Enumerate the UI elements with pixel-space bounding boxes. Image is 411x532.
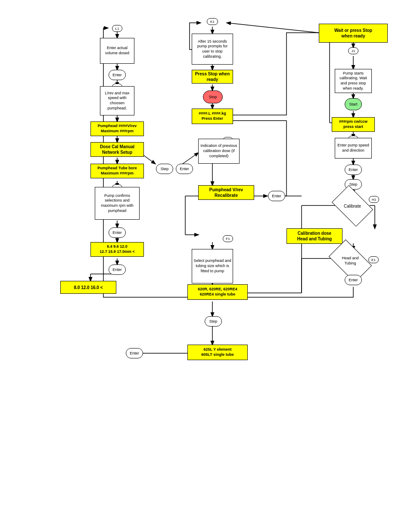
- head-tubing-diamond: Head andTubing: [332, 249, 369, 273]
- enter-lower-oval: Enter: [109, 264, 126, 275]
- wait-stop-box: Wait or press Stopwhen ready: [319, 24, 388, 43]
- sizes-mm-box: 6.4 9.6 12.012.7 15.9 17.0mm <: [90, 242, 144, 257]
- f1-label: F1: [223, 235, 233, 242]
- press-stop-box: Press Stop when ready: [192, 70, 233, 84]
- pump-confirms-box: Pump confirms selections and maximum rpm…: [95, 187, 140, 220]
- enter-y-oval: Enter: [126, 348, 143, 358]
- lrev-max-box: L/rev and max speed with choosen pumphea…: [100, 86, 134, 115]
- k1-label: K1: [207, 18, 218, 25]
- dose-cal-box: Dose Cal ManualNetwork Setup: [90, 142, 144, 157]
- cal-dose-head-box: Calibration doseHead and Tubing: [286, 228, 342, 244]
- flowchart: Wait or press Stopwhen ready K1 After 15…: [0, 0, 411, 532]
- calibrate-diamond: Calibrate: [335, 194, 370, 218]
- step-f-oval: Step: [205, 316, 222, 327]
- after-15-box: After 15 seconds pump prompts for user t…: [192, 34, 233, 65]
- pumphead-vrev-max-box: Pumphead ####V/revMaximum ###rpm: [90, 121, 144, 136]
- start-oval: Start: [345, 98, 362, 110]
- indication-prev-box: Indication of previous calibration dose …: [198, 139, 240, 164]
- enter-l1-oval: Enter: [109, 70, 126, 80]
- pumphead-vrev-recal-box: Pumphead V/revRecalibrate: [198, 185, 254, 200]
- stop-oval: Stop: [203, 90, 223, 103]
- j1-label: J1: [348, 47, 358, 54]
- enter-pump-speed-box: Enter pump speed and direction: [335, 138, 372, 159]
- enter-actual-box: Enter actual volume dosed: [100, 38, 134, 64]
- l1-label: L1: [112, 25, 122, 32]
- e1-label: E1: [368, 256, 379, 263]
- hash-press-enter-box: ####.L ####.kgPress Enter: [192, 109, 233, 124]
- enter-g-oval: Enter: [109, 227, 126, 238]
- step-enter-enter-oval: Enter: [176, 164, 193, 174]
- box-8-box: 8.0 12.0 16.0 <: [60, 281, 116, 294]
- enter-e1-oval: Enter: [345, 275, 362, 285]
- enter-dir-oval: Enter: [345, 165, 362, 175]
- y-element-box: 625L Y element605LT single tube: [187, 345, 248, 360]
- h1-cal-label: H1: [369, 196, 379, 203]
- select-pumphead-box: Select pumphead and tubing size which is…: [192, 249, 233, 283]
- step-enter-step-oval: Step: [156, 164, 173, 174]
- pump-starts-box: Pump starts calibrating. Wait and press …: [335, 69, 372, 93]
- svg-line-4: [227, 23, 319, 33]
- hash-rpm-box: ###rpm cw/ccwpress start: [332, 117, 375, 132]
- pumphead-tube-box: Pumphead Tube boreMaximum ###rpm: [90, 164, 144, 178]
- tube-sizes-box: 620R, 620RE, 620RE4620RE4 single tube: [187, 284, 248, 300]
- enter-recal-oval: Enter: [268, 191, 285, 201]
